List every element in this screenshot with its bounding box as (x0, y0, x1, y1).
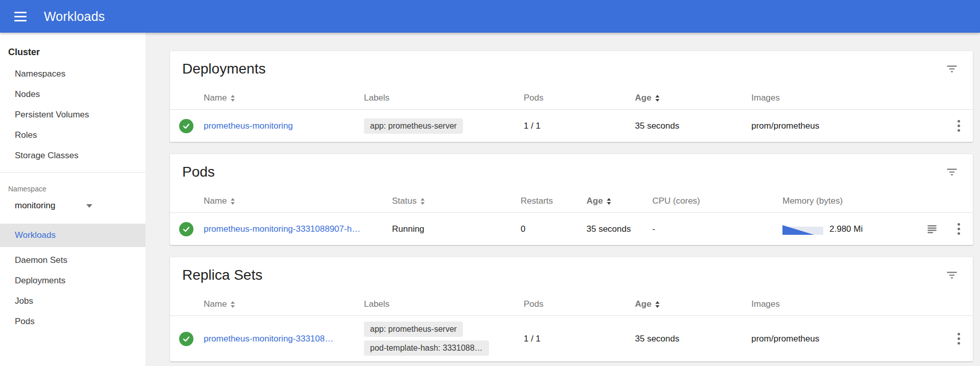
main-layout: Cluster Namespaces Nodes Persistent Volu… (0, 33, 980, 366)
replica-sets-col-images: Images (751, 299, 944, 309)
replica-set-images: prom/prometheus (751, 334, 944, 344)
namespace-label: Namespace (0, 173, 145, 197)
sidebar-item-storage-classes[interactable]: Storage Classes (0, 145, 145, 166)
sort-icon (655, 301, 659, 308)
replica-sets-filter-button[interactable] (943, 266, 961, 284)
deployments-card-title: Deployments (182, 61, 265, 77)
replica-set-name-link[interactable]: prometheus-monitoring-333108… (204, 334, 364, 344)
pods-card-header: Pods (170, 154, 973, 190)
row-menu-button[interactable] (953, 219, 964, 239)
sidebar-item-nodes[interactable]: Nodes (0, 84, 145, 105)
status-ok-icon (179, 222, 193, 236)
filter-icon (945, 165, 959, 179)
pods-table-header: Name Status Restarts Age CPU (cores) Mem… (170, 190, 973, 212)
label-chip: pod-template-hash: 3331088… (364, 340, 489, 356)
sort-icon (421, 198, 425, 205)
pods-col-age[interactable]: Age (586, 196, 652, 206)
replica-sets-card-header: Replica Sets (170, 257, 973, 293)
deployments-col-age[interactable]: Age (635, 93, 751, 103)
deployment-labels: app: prometheus-server (364, 118, 524, 134)
status-ok-icon (179, 332, 193, 346)
app-root: Workloads Cluster Namespaces Nodes Persi… (0, 0, 980, 366)
replica-sets-table-header: Name Labels Pods Age Images (170, 293, 973, 315)
memory-sparkline (782, 224, 823, 235)
sort-icon (231, 301, 235, 308)
hamburger-icon (14, 12, 27, 21)
deployments-card-header: Deployments (170, 51, 973, 87)
deployment-row: prometheus-monitoring app: prometheus-se… (170, 109, 973, 142)
app-header: Workloads (0, 0, 980, 33)
page-title: Workloads (44, 9, 105, 24)
menu-button[interactable] (10, 8, 31, 26)
deployments-card: Deployments Name Labels Pods Age (170, 51, 973, 142)
replica-sets-col-name[interactable]: Name (204, 299, 364, 309)
deployments-col-pods: Pods (524, 93, 635, 103)
namespace-selected-value: monitoring (15, 201, 55, 211)
pods-card-title: Pods (182, 164, 215, 180)
pods-col-cpu: CPU (cores) (652, 196, 782, 206)
replica-set-row: prometheus-monitoring-333108… app: prome… (170, 315, 973, 361)
pod-cpu: - (652, 224, 782, 234)
label-chip: app: prometheus-server (364, 322, 463, 337)
sidebar-item-roles[interactable]: Roles (0, 125, 145, 145)
pods-card: Pods Name Status Restarts (170, 154, 973, 245)
deployment-pods-count: 1 / 1 (524, 121, 635, 131)
filter-icon (945, 62, 959, 76)
logs-icon (926, 224, 938, 235)
sidebar-item-pods[interactable]: Pods (0, 311, 145, 332)
status-ok-icon (179, 119, 193, 133)
pod-age: 35 seconds (586, 224, 652, 234)
main-content: Deployments Name Labels Pods Age (145, 33, 980, 366)
pods-col-name[interactable]: Name (204, 196, 392, 206)
label-chip: app: prometheus-server (364, 118, 463, 134)
pod-status: Running (392, 224, 521, 234)
sidebar-item-workloads[interactable]: Workloads (0, 224, 145, 247)
pod-name-link[interactable]: prometheus-monitoring-3331088907-h… (204, 224, 392, 234)
replica-sets-col-labels: Labels (364, 299, 524, 309)
sidebar-item-jobs[interactable]: Jobs (0, 291, 145, 311)
sidebar-item-persistent-volumes[interactable]: Persistent Volumes (0, 105, 145, 125)
sidebar-section-cluster: Cluster (0, 47, 145, 64)
sidebar-item-daemon-sets[interactable]: Daemon Sets (0, 250, 145, 271)
pods-col-memory: Memory (bytes) (782, 196, 920, 206)
pod-memory-value: 2.980 Mi (829, 224, 863, 234)
pod-row: prometheus-monitoring-3331088907-h… Runn… (170, 212, 973, 245)
sort-icon (607, 198, 611, 205)
pods-filter-button[interactable] (943, 163, 961, 181)
deployments-col-name[interactable]: Name (204, 93, 364, 103)
deployment-age: 35 seconds (635, 121, 751, 131)
pod-memory-cell: 2.980 Mi (782, 224, 920, 235)
pod-restarts: 0 (521, 224, 586, 234)
deployments-filter-button[interactable] (943, 60, 961, 78)
replica-sets-card: Replica Sets Name Labels Pods Age (170, 257, 973, 361)
filter-icon (945, 269, 959, 282)
pod-logs-button[interactable] (924, 222, 940, 237)
replica-sets-col-age[interactable]: Age (635, 299, 751, 309)
row-menu-button[interactable] (953, 116, 964, 136)
deployment-images: prom/prometheus (751, 121, 944, 131)
replica-set-age: 35 seconds (635, 334, 751, 344)
sort-icon (231, 95, 235, 102)
sort-icon (231, 198, 235, 205)
sort-icon (655, 95, 659, 102)
chevron-down-icon (86, 204, 92, 208)
pods-col-status[interactable]: Status (392, 196, 521, 206)
namespace-selector[interactable]: monitoring (15, 197, 92, 214)
pods-col-restarts: Restarts (521, 196, 586, 206)
deployments-table-header: Name Labels Pods Age Images (170, 87, 973, 109)
replica-sets-card-title: Replica Sets (182, 267, 262, 283)
deployment-name-link[interactable]: prometheus-monitoring (204, 121, 364, 131)
row-menu-button[interactable] (953, 329, 964, 349)
sidebar-item-deployments[interactable]: Deployments (0, 271, 145, 291)
sidebar: Cluster Namespaces Nodes Persistent Volu… (0, 33, 145, 366)
replica-set-pods-count: 1 / 1 (524, 334, 635, 344)
sidebar-item-namespaces[interactable]: Namespaces (0, 64, 145, 84)
deployments-col-labels: Labels (364, 93, 524, 103)
replica-set-labels: app: prometheus-server pod-template-hash… (364, 316, 524, 361)
replica-sets-col-pods: Pods (524, 299, 635, 309)
workloads-subnav: Daemon Sets Deployments Jobs Pods (0, 247, 145, 332)
deployments-col-images: Images (751, 93, 944, 103)
